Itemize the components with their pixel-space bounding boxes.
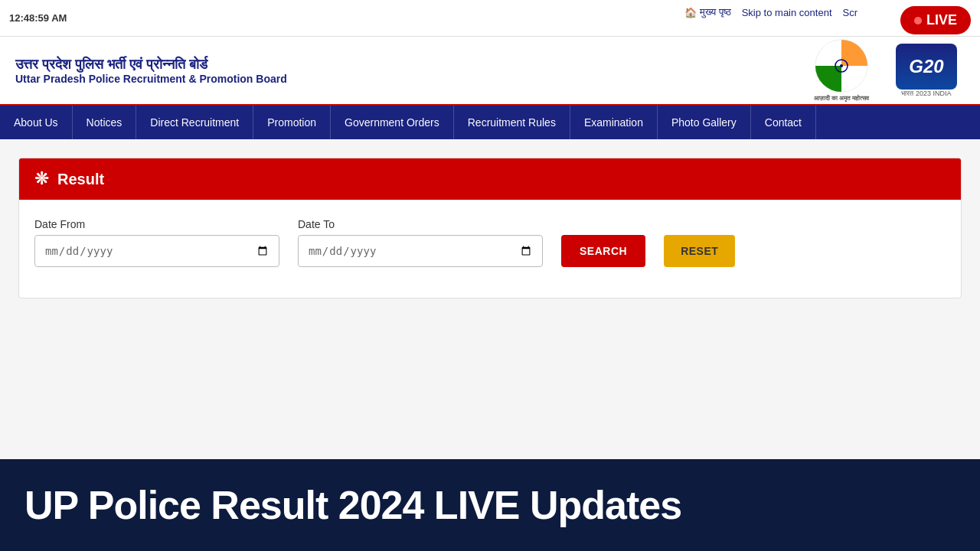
result-card: ❊ Result Date From Date To SEARCH RESET (18, 158, 962, 298)
date-to-input[interactable] (298, 235, 543, 267)
result-header: ❊ Result (19, 158, 961, 200)
main-nav: About Us Notices Direct Recruitment Prom… (0, 106, 980, 139)
svg-point-2 (840, 64, 843, 67)
g20-sub: भारत 2023 INDIA (901, 90, 951, 98)
nav-about[interactable]: About Us (0, 106, 73, 139)
bottom-banner-text: UP Police Result 2024 LIVE Updates (24, 482, 681, 528)
header: उत्तर प्रदेश पुलिस भर्ती एवं प्रोन्नति ब… (0, 37, 980, 106)
nav-promotion[interactable]: Promotion (253, 106, 331, 139)
content-area: ❊ Result Date From Date To SEARCH RESET (0, 139, 980, 459)
date-from-input[interactable] (34, 235, 279, 267)
org-title-english: Uttar Pradesh Police Recruitment & Promo… (15, 73, 287, 85)
screen-label: Scr (843, 7, 858, 18)
bottom-banner: UP Police Result 2024 LIVE Updates (0, 459, 980, 551)
azadi-badge: आज़ादी का अमृत महोत्सव (807, 38, 876, 103)
header-right: आज़ादी का अमृत महोत्सव G20 भारत 2023 IND… (807, 38, 965, 103)
date-from-group: Date From (34, 218, 279, 267)
live-badge: LIVE (900, 6, 971, 34)
date-from-label: Date From (34, 218, 279, 230)
search-button[interactable]: SEARCH (561, 235, 645, 267)
g20-label: G20 (896, 44, 957, 90)
util-nav: 🏠 मुख्य पृष्ठ Skip to main content Scr (684, 6, 858, 18)
skip-label: Skip to main content (742, 7, 832, 18)
nav-examination[interactable]: Examination (570, 106, 658, 139)
screen-link[interactable]: Scr (843, 7, 858, 18)
home-link[interactable]: 🏠 मुख्य पृष्ठ (684, 6, 731, 18)
azadi-text: आज़ादी का अमृत महोत्सव (814, 95, 870, 103)
live-label: LIVE (926, 12, 957, 28)
nav-government-orders[interactable]: Government Orders (331, 106, 454, 139)
org-title-hindi: उत्तर प्रदेश पुलिस भर्ती एवं प्रोन्नति ब… (15, 57, 287, 73)
nav-recruitment-rules[interactable]: Recruitment Rules (454, 106, 570, 139)
snowflake-icon: ❊ (34, 169, 48, 189)
search-form: Date From Date To SEARCH RESET (34, 218, 946, 267)
nav-contact[interactable]: Contact (751, 106, 816, 139)
reset-button[interactable]: RESET (664, 235, 735, 267)
result-title: Result (57, 171, 104, 188)
date-to-label: Date To (298, 218, 543, 230)
nav-photo-gallery[interactable]: Photo Gallery (658, 106, 751, 139)
skip-link[interactable]: Skip to main content (742, 7, 832, 18)
home-label: मुख्य पृष्ठ (700, 6, 731, 18)
azadi-icon (814, 38, 869, 93)
nav-direct-recruitment[interactable]: Direct Recruitment (136, 106, 253, 139)
result-body: Date From Date To SEARCH RESET (19, 200, 961, 298)
nav-notices[interactable]: Notices (73, 106, 137, 139)
home-icon: 🏠 (684, 7, 697, 18)
live-dot (914, 17, 922, 24)
date-to-group: Date To (298, 218, 543, 267)
g20-badge: G20 भारत 2023 INDIA (888, 44, 965, 98)
top-bar: 12:48:59 AM 🏠 मुख्य पृष्ठ Skip to main c… (0, 0, 980, 37)
timestamp: 12:48:59 AM (9, 12, 67, 24)
org-title: उत्तर प्रदेश पुलिस भर्ती एवं प्रोन्नति ब… (15, 57, 287, 85)
